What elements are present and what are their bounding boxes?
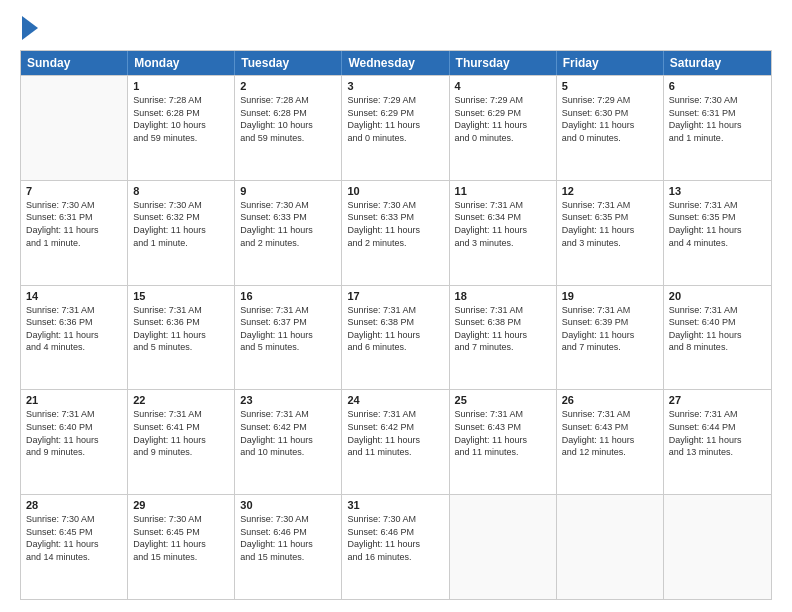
calendar-week-2: 7Sunrise: 7:30 AM Sunset: 6:31 PM Daylig… — [21, 180, 771, 285]
day-number: 15 — [133, 290, 229, 302]
day-number: 8 — [133, 185, 229, 197]
day-info: Sunrise: 7:31 AM Sunset: 6:36 PM Dayligh… — [133, 304, 229, 354]
day-number: 29 — [133, 499, 229, 511]
calendar-cell: 28Sunrise: 7:30 AM Sunset: 6:45 PM Dayli… — [21, 495, 128, 599]
day-info: Sunrise: 7:29 AM Sunset: 6:29 PM Dayligh… — [347, 94, 443, 144]
calendar-body: 1Sunrise: 7:28 AM Sunset: 6:28 PM Daylig… — [21, 75, 771, 599]
day-info: Sunrise: 7:31 AM Sunset: 6:35 PM Dayligh… — [562, 199, 658, 249]
day-number: 2 — [240, 80, 336, 92]
day-info: Sunrise: 7:30 AM Sunset: 6:32 PM Dayligh… — [133, 199, 229, 249]
day-info: Sunrise: 7:30 AM Sunset: 6:46 PM Dayligh… — [240, 513, 336, 563]
header-cell-thursday: Thursday — [450, 51, 557, 75]
calendar-cell: 14Sunrise: 7:31 AM Sunset: 6:36 PM Dayli… — [21, 286, 128, 390]
day-number: 21 — [26, 394, 122, 406]
day-info: Sunrise: 7:29 AM Sunset: 6:30 PM Dayligh… — [562, 94, 658, 144]
calendar-cell: 7Sunrise: 7:30 AM Sunset: 6:31 PM Daylig… — [21, 181, 128, 285]
day-info: Sunrise: 7:28 AM Sunset: 6:28 PM Dayligh… — [133, 94, 229, 144]
day-number: 30 — [240, 499, 336, 511]
day-info: Sunrise: 7:30 AM Sunset: 6:31 PM Dayligh… — [26, 199, 122, 249]
day-info: Sunrise: 7:30 AM Sunset: 6:31 PM Dayligh… — [669, 94, 766, 144]
day-number: 31 — [347, 499, 443, 511]
calendar-cell: 21Sunrise: 7:31 AM Sunset: 6:40 PM Dayli… — [21, 390, 128, 494]
header-cell-wednesday: Wednesday — [342, 51, 449, 75]
calendar-cell: 27Sunrise: 7:31 AM Sunset: 6:44 PM Dayli… — [664, 390, 771, 494]
calendar-cell: 29Sunrise: 7:30 AM Sunset: 6:45 PM Dayli… — [128, 495, 235, 599]
day-number: 17 — [347, 290, 443, 302]
calendar-cell — [450, 495, 557, 599]
calendar-week-5: 28Sunrise: 7:30 AM Sunset: 6:45 PM Dayli… — [21, 494, 771, 599]
calendar-cell: 2Sunrise: 7:28 AM Sunset: 6:28 PM Daylig… — [235, 76, 342, 180]
day-number: 1 — [133, 80, 229, 92]
day-info: Sunrise: 7:30 AM Sunset: 6:46 PM Dayligh… — [347, 513, 443, 563]
header-cell-friday: Friday — [557, 51, 664, 75]
day-info: Sunrise: 7:31 AM Sunset: 6:43 PM Dayligh… — [455, 408, 551, 458]
day-number: 23 — [240, 394, 336, 406]
day-info: Sunrise: 7:30 AM Sunset: 6:33 PM Dayligh… — [240, 199, 336, 249]
day-number: 25 — [455, 394, 551, 406]
day-number: 3 — [347, 80, 443, 92]
day-number: 20 — [669, 290, 766, 302]
calendar-cell: 13Sunrise: 7:31 AM Sunset: 6:35 PM Dayli… — [664, 181, 771, 285]
calendar-header: SundayMondayTuesdayWednesdayThursdayFrid… — [21, 51, 771, 75]
calendar-cell: 31Sunrise: 7:30 AM Sunset: 6:46 PM Dayli… — [342, 495, 449, 599]
calendar-cell: 30Sunrise: 7:30 AM Sunset: 6:46 PM Dayli… — [235, 495, 342, 599]
day-number: 28 — [26, 499, 122, 511]
day-info: Sunrise: 7:31 AM Sunset: 6:41 PM Dayligh… — [133, 408, 229, 458]
day-number: 12 — [562, 185, 658, 197]
calendar-cell: 20Sunrise: 7:31 AM Sunset: 6:40 PM Dayli… — [664, 286, 771, 390]
calendar-cell: 8Sunrise: 7:30 AM Sunset: 6:32 PM Daylig… — [128, 181, 235, 285]
day-info: Sunrise: 7:28 AM Sunset: 6:28 PM Dayligh… — [240, 94, 336, 144]
day-info: Sunrise: 7:31 AM Sunset: 6:42 PM Dayligh… — [240, 408, 336, 458]
day-info: Sunrise: 7:31 AM Sunset: 6:39 PM Dayligh… — [562, 304, 658, 354]
day-number: 13 — [669, 185, 766, 197]
day-info: Sunrise: 7:31 AM Sunset: 6:44 PM Dayligh… — [669, 408, 766, 458]
day-number: 14 — [26, 290, 122, 302]
calendar-cell — [557, 495, 664, 599]
calendar-cell: 12Sunrise: 7:31 AM Sunset: 6:35 PM Dayli… — [557, 181, 664, 285]
page: SundayMondayTuesdayWednesdayThursdayFrid… — [0, 0, 792, 612]
calendar-cell — [21, 76, 128, 180]
calendar-cell: 22Sunrise: 7:31 AM Sunset: 6:41 PM Dayli… — [128, 390, 235, 494]
logo — [20, 16, 38, 40]
calendar-cell: 23Sunrise: 7:31 AM Sunset: 6:42 PM Dayli… — [235, 390, 342, 494]
calendar-cell: 17Sunrise: 7:31 AM Sunset: 6:38 PM Dayli… — [342, 286, 449, 390]
day-number: 22 — [133, 394, 229, 406]
day-number: 6 — [669, 80, 766, 92]
day-number: 26 — [562, 394, 658, 406]
day-info: Sunrise: 7:29 AM Sunset: 6:29 PM Dayligh… — [455, 94, 551, 144]
day-number: 27 — [669, 394, 766, 406]
header-cell-tuesday: Tuesday — [235, 51, 342, 75]
day-number: 5 — [562, 80, 658, 92]
calendar-cell — [664, 495, 771, 599]
day-number: 18 — [455, 290, 551, 302]
calendar-cell: 10Sunrise: 7:30 AM Sunset: 6:33 PM Dayli… — [342, 181, 449, 285]
day-info: Sunrise: 7:31 AM Sunset: 6:36 PM Dayligh… — [26, 304, 122, 354]
day-info: Sunrise: 7:31 AM Sunset: 6:37 PM Dayligh… — [240, 304, 336, 354]
day-number: 9 — [240, 185, 336, 197]
day-number: 19 — [562, 290, 658, 302]
day-info: Sunrise: 7:30 AM Sunset: 6:33 PM Dayligh… — [347, 199, 443, 249]
day-info: Sunrise: 7:31 AM Sunset: 6:40 PM Dayligh… — [669, 304, 766, 354]
day-number: 7 — [26, 185, 122, 197]
day-info: Sunrise: 7:31 AM Sunset: 6:40 PM Dayligh… — [26, 408, 122, 458]
day-info: Sunrise: 7:30 AM Sunset: 6:45 PM Dayligh… — [26, 513, 122, 563]
header-cell-monday: Monday — [128, 51, 235, 75]
calendar-cell: 18Sunrise: 7:31 AM Sunset: 6:38 PM Dayli… — [450, 286, 557, 390]
calendar-cell: 15Sunrise: 7:31 AM Sunset: 6:36 PM Dayli… — [128, 286, 235, 390]
day-number: 24 — [347, 394, 443, 406]
calendar-cell: 11Sunrise: 7:31 AM Sunset: 6:34 PM Dayli… — [450, 181, 557, 285]
day-number: 4 — [455, 80, 551, 92]
header — [20, 16, 772, 40]
calendar-cell: 16Sunrise: 7:31 AM Sunset: 6:37 PM Dayli… — [235, 286, 342, 390]
logo-arrow-icon — [22, 16, 38, 40]
day-number: 11 — [455, 185, 551, 197]
calendar-cell: 26Sunrise: 7:31 AM Sunset: 6:43 PM Dayli… — [557, 390, 664, 494]
calendar-cell: 6Sunrise: 7:30 AM Sunset: 6:31 PM Daylig… — [664, 76, 771, 180]
day-number: 16 — [240, 290, 336, 302]
calendar-week-1: 1Sunrise: 7:28 AM Sunset: 6:28 PM Daylig… — [21, 75, 771, 180]
day-info: Sunrise: 7:31 AM Sunset: 6:38 PM Dayligh… — [455, 304, 551, 354]
calendar-cell: 4Sunrise: 7:29 AM Sunset: 6:29 PM Daylig… — [450, 76, 557, 180]
day-info: Sunrise: 7:31 AM Sunset: 6:38 PM Dayligh… — [347, 304, 443, 354]
header-cell-saturday: Saturday — [664, 51, 771, 75]
day-info: Sunrise: 7:31 AM Sunset: 6:43 PM Dayligh… — [562, 408, 658, 458]
